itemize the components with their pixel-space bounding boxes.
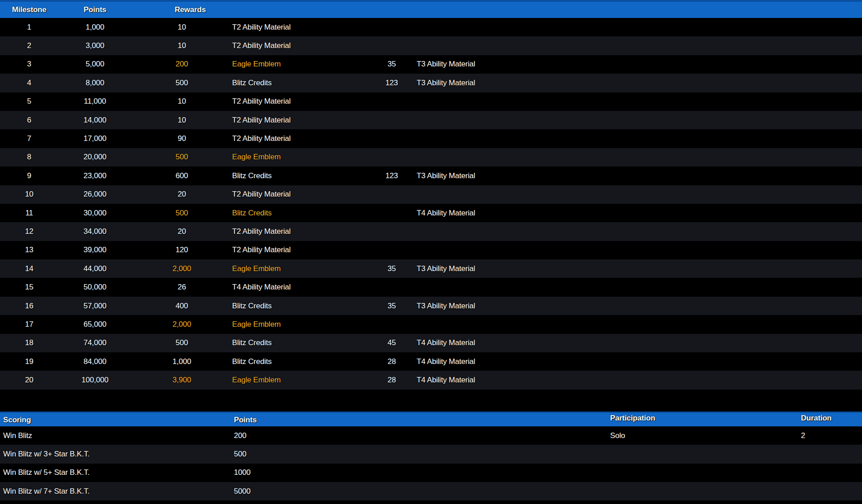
milestone-points: 8,000 <box>58 74 132 92</box>
reward-quantity: 600 <box>132 167 232 185</box>
reward-name: T2 Ability Material <box>232 92 375 111</box>
secondary-reward-quantity <box>375 204 409 222</box>
reward-name: T2 Ability Material <box>232 222 375 241</box>
secondary-reward-name <box>409 148 862 167</box>
milestone-row: 17 65,000 2,000 Eagle Emblem <box>0 315 862 333</box>
reward-quantity: 90 <box>132 129 232 148</box>
milestone-row: 15 50,000 26 T4 Ability Material <box>0 278 862 296</box>
secondary-reward-quantity: 28 <box>375 371 409 389</box>
milestone-row: 19 84,000 1,000 Blitz Credits 28 T4 Abil… <box>0 352 862 371</box>
milestone-points: 84,000 <box>58 352 132 371</box>
scoring-table: Scoring Points Participation Duration Wi… <box>0 412 862 501</box>
scoring-condition: Win Blitz w/ 3+ Star B.K.T. <box>0 445 232 463</box>
milestone-number: 7 <box>0 129 58 148</box>
reward-name: T2 Ability Material <box>232 36 375 55</box>
milestone-number: 14 <box>0 259 58 278</box>
scoring-duration: 2 <box>797 426 862 445</box>
milestone-number: 6 <box>0 111 58 129</box>
milestone-number: 3 <box>0 55 58 74</box>
reward-quantity: 10 <box>132 18 232 36</box>
milestone-points: 11,000 <box>58 92 132 111</box>
reward-quantity: 10 <box>132 92 232 111</box>
secondary-reward-quantity: 123 <box>375 167 409 185</box>
scoring-condition: Win Blitz w/ 7+ Star B.K.T. <box>0 482 232 500</box>
milestone-row: 2 3,000 10 T2 Ability Material <box>0 36 862 55</box>
milestone-number: 2 <box>0 36 58 55</box>
milestone-points: 20,000 <box>58 148 132 167</box>
secondary-reward-quantity <box>375 315 409 333</box>
reward-quantity: 2,000 <box>132 259 232 278</box>
secondary-reward-name: T3 Ability Material <box>409 259 862 278</box>
milestone-row: 10 26,000 20 T2 Ability Material <box>0 185 862 204</box>
scoring-row: Win Blitz w/ 7+ Star B.K.T. 5000 <box>0 482 862 500</box>
milestone-row: 3 5,000 200 Eagle Emblem 35 T3 Ability M… <box>0 55 862 74</box>
milestone-points: 30,000 <box>58 204 132 222</box>
reward-name: Blitz Credits <box>232 352 375 371</box>
milestone-row: 20 100,000 3,900 Eagle Emblem 28 T4 Abil… <box>0 371 862 389</box>
secondary-reward-name <box>409 185 862 204</box>
secondary-reward-quantity: 35 <box>375 55 409 74</box>
milestone-points: 50,000 <box>58 278 132 296</box>
scoring-participation: Solo <box>604 426 797 445</box>
reward-quantity: 120 <box>132 241 232 259</box>
milestone-points: 5,000 <box>58 55 132 74</box>
milestone-number: 18 <box>0 334 58 352</box>
scoring-points: 1000 <box>232 464 604 482</box>
column-header-milestone: Milestone <box>0 2 58 18</box>
milestone-points: 44,000 <box>58 259 132 278</box>
milestone-number: 5 <box>0 92 58 111</box>
table-divider <box>0 390 862 412</box>
scoring-points: 200 <box>232 426 604 445</box>
milestone-points: 34,000 <box>58 222 132 241</box>
milestone-number: 19 <box>0 352 58 371</box>
reward-quantity: 10 <box>132 36 232 55</box>
milestone-row: 5 11,000 10 T2 Ability Material <box>0 92 862 111</box>
column-header-participation: Participation <box>604 413 797 426</box>
milestone-points: 14,000 <box>58 111 132 129</box>
reward-quantity: 2,000 <box>132 315 232 333</box>
column-header-spacer <box>232 2 375 18</box>
column-header-duration: Duration <box>797 413 862 426</box>
milestone-row: 12 34,000 20 T2 Ability Material <box>0 222 862 241</box>
milestone-row: 1 1,000 10 T2 Ability Material <box>0 18 862 36</box>
reward-name: Blitz Credits <box>232 204 375 222</box>
secondary-reward-quantity <box>375 222 409 241</box>
secondary-reward-quantity <box>375 241 409 259</box>
secondary-reward-name: T4 Ability Material <box>409 352 862 371</box>
scoring-participation <box>604 445 797 463</box>
reward-name: T2 Ability Material <box>232 18 375 36</box>
reward-quantity: 500 <box>132 148 232 167</box>
secondary-reward-name <box>409 111 862 129</box>
secondary-reward-name: T4 Ability Material <box>409 334 862 352</box>
milestone-row: 8 20,000 500 Eagle Emblem <box>0 148 862 167</box>
secondary-reward-name <box>409 18 862 36</box>
milestone-row: 7 17,000 90 T2 Ability Material <box>0 129 862 148</box>
reward-name: T2 Ability Material <box>232 241 375 259</box>
reward-name: Eagle Emblem <box>232 371 375 389</box>
milestone-number: 8 <box>0 148 58 167</box>
secondary-reward-name: T4 Ability Material <box>409 204 862 222</box>
scoring-condition: Win Blitz <box>0 426 232 445</box>
scoring-row: Win Blitz w/ 3+ Star B.K.T. 500 <box>0 445 862 463</box>
milestone-row: 13 39,000 120 T2 Ability Material <box>0 241 862 259</box>
milestone-row: 18 74,000 500 Blitz Credits 45 T4 Abilit… <box>0 334 862 352</box>
secondary-reward-quantity: 35 <box>375 297 409 315</box>
reward-quantity: 1,000 <box>132 352 232 371</box>
milestone-number: 11 <box>0 204 58 222</box>
column-header-scoring: Scoring <box>0 413 232 426</box>
milestone-number: 16 <box>0 297 58 315</box>
secondary-reward-name <box>409 222 862 241</box>
milestone-row: 11 30,000 500 Blitz Credits T4 Ability M… <box>0 204 862 222</box>
milestone-points: 65,000 <box>58 315 132 333</box>
reward-name: T2 Ability Material <box>232 129 375 148</box>
milestone-row: 9 23,000 600 Blitz Credits 123 T3 Abilit… <box>0 167 862 185</box>
secondary-reward-name <box>409 36 862 55</box>
secondary-reward-name: T3 Ability Material <box>409 55 862 74</box>
milestone-row: 4 8,000 500 Blitz Credits 123 T3 Ability… <box>0 74 862 92</box>
milestones-table-body: 1 1,000 10 T2 Ability Material 2 3,000 1… <box>0 18 862 390</box>
reward-quantity: 20 <box>132 222 232 241</box>
secondary-reward-name <box>409 241 862 259</box>
reward-quantity: 26 <box>132 278 232 296</box>
secondary-reward-quantity <box>375 129 409 148</box>
secondary-reward-name: T4 Ability Material <box>409 371 862 389</box>
